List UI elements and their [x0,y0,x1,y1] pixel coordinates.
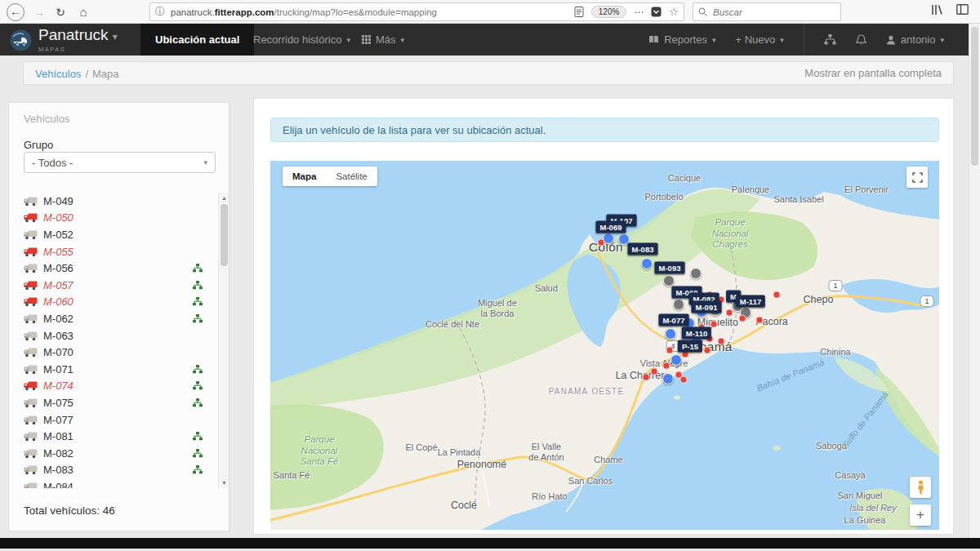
vehicle-dot-marker-gray[interactable] [690,268,702,279]
user-menu[interactable]: antonio▾ [886,33,944,46]
scroll-thumb[interactable] [220,204,228,266]
vehicle-dot-marker-gray[interactable] [673,299,684,310]
map-place-label: Isla del Rey [849,503,896,513]
vehicle-map-label[interactable]: M-091 [692,301,722,313]
url-bar[interactable]: ⓘ panatruck.fitterapp.com/trucking/map?l… [149,2,684,21]
vehicle-name: M-077 [43,414,216,426]
vehicle-dot-marker-red[interactable] [710,321,718,328]
back-icon[interactable]: ← [7,3,24,21]
vehicle-dot-marker-gray[interactable] [663,275,675,287]
vehicle-dot-marker-red[interactable] [726,309,733,317]
vehicle-row[interactable]: M-060 [24,294,216,311]
vehicle-row[interactable]: M-084 [24,478,216,488]
vehicle-row[interactable]: M-057 [24,277,216,294]
vehicle-dot-marker-red[interactable] [680,376,688,384]
library-icon[interactable] [931,4,943,16]
page-actions-icon[interactable]: ⋯ [634,7,644,18]
search-input[interactable] [711,7,817,18]
map-button[interactable]: Mapa [283,167,326,186]
satellite-button[interactable]: Satélite [326,167,376,186]
vehicle-map-label[interactable]: M-069 [596,221,626,233]
scroll-down-icon[interactable]: ▼ [219,480,229,486]
vehicle-dot-marker-blue[interactable] [665,328,676,340]
vehicle-row[interactable]: M-050 [24,210,216,227]
vehicle-row[interactable]: M-074 [24,378,216,395]
forward-icon[interactable]: → [30,3,48,21]
pegman-button[interactable] [910,477,931,498]
map-place-label: Parque Nacional Santa Fé [301,434,339,468]
zoom-in-button[interactable]: + [910,504,931,526]
vehicle-row[interactable]: M-052 [24,226,216,243]
vehicle-dot-marker-red[interactable] [598,239,605,247]
vehicle-name: M-070 [43,346,216,358]
map-place-label: La Pintada [438,447,481,458]
browser-scrollbar[interactable] [969,24,980,538]
vehicle-row[interactable]: M-077 [24,411,216,429]
vehicle-dot-marker-red[interactable] [739,315,746,322]
scroll-up-icon[interactable]: ▲ [219,195,229,201]
vehicle-map-label[interactable]: M-110 [682,327,711,340]
vehicle-row[interactable]: M-083 [24,462,216,479]
map-place-label: Santa Fé [274,470,310,481]
vehicle-row[interactable]: M-055 [24,243,216,260]
route-shield: 1 [829,280,843,291]
home-icon[interactable]: ⌂ [74,3,92,21]
vehicle-row[interactable]: M-070 [24,344,216,361]
vehicle-dot-marker-red[interactable] [643,374,650,381]
zoom-level-badge[interactable]: 120% [591,6,627,18]
sidebar-title: Vehículos [24,113,69,125]
brand-name: Panatruck ▾ [38,26,118,43]
vehicle-map-label[interactable]: M-077 [659,314,689,327]
vehicle-row[interactable]: M-049 [24,193,216,210]
map-place-label: El Porvenir [844,184,889,195]
breadcrumb-link-vehiculos[interactable]: Vehículos [35,68,81,80]
tab-ubicacion-actual[interactable]: Ubicación actual [140,24,254,56]
map-fullscreen-button[interactable] [906,167,928,188]
vehicle-map-label[interactable]: P-15 [678,340,702,353]
vehicle-dot-marker-red[interactable] [663,362,670,370]
vehicle-map-label[interactable]: M-117 [736,295,765,308]
vehicle-dot-marker-red[interactable] [666,347,674,354]
reportes-menu[interactable]: Reportes▾ [648,33,715,46]
pocket-icon[interactable] [651,7,662,17]
vehicle-row[interactable]: M-063 [24,327,216,344]
brand[interactable]: Panatruck ▾ MAPAS [10,27,118,53]
truck-icon [24,364,38,375]
fullscreen-link[interactable]: Mostrar en pantalla completa [804,67,942,79]
site-info-icon[interactable]: ⓘ [155,5,165,19]
vehicle-row[interactable]: M-075 [24,394,216,411]
vehicle-list-scrollbar[interactable]: ▲ ▼ [218,193,229,488]
tab-mas[interactable]: Más▾ [347,24,419,56]
vehicle-map-label[interactable]: M-093 [655,262,685,274]
vehicle-dot-marker-red[interactable] [704,347,711,354]
vehicle-name: M-083 [43,464,193,476]
browser-search[interactable] [693,2,841,21]
vehicle-row[interactable]: M-082 [24,445,216,462]
vehicle-dot-marker-red[interactable] [651,368,658,375]
vehicle-dot-marker-red[interactable] [773,291,781,299]
vehicle-dot-marker-red[interactable] [756,317,764,324]
sitemap-nav-icon[interactable] [824,34,836,45]
group-select[interactable]: - Todos -▾ [24,152,216,173]
sidebars-icon[interactable] [956,4,969,15]
vehicle-row[interactable]: M-062 [24,310,216,327]
reload-icon[interactable]: ↻ [51,3,69,21]
vehicle-map-label[interactable]: M-083 [628,243,658,256]
map-place-label: El Valle de Antón [528,442,564,463]
vehicle-row[interactable]: M-081 [24,428,216,445]
vehicle-dot-marker-blue[interactable] [641,258,653,269]
map-canvas[interactable]: CaciquePortobeloPalenqueSanta IsabelEl P… [270,161,939,530]
vehicle-dot-marker-blue[interactable] [662,373,674,384]
tab-recorrido-historico[interactable]: Recorrido histórico▾ [238,24,365,56]
vehicle-dot-marker-red[interactable] [718,338,725,345]
bookmark-star-icon[interactable]: ☆ [669,6,679,18]
nuevo-menu[interactable]: + Nuevo▾ [735,33,783,46]
reader-mode-icon[interactable] [574,7,584,17]
map-place-label: San Miguel [837,491,882,501]
vehicles-sidebar: Vehículos Grupo - Todos -▾ M-049 M-050 M… [8,102,229,531]
notifications-bell-icon[interactable] [856,34,866,46]
vehicle-dot-marker-blue[interactable] [670,354,682,366]
vehicle-row[interactable]: M-056 [24,260,216,277]
vehicle-row[interactable]: M-071 [24,361,216,378]
map-place-label: La Guinea [844,515,886,526]
